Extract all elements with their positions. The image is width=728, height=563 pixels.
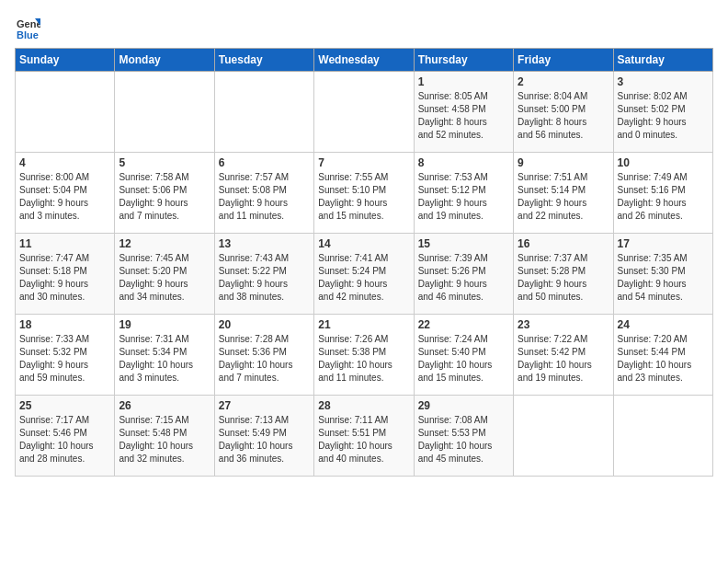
calendar-cell: 12Sunrise: 7:45 AM Sunset: 5:20 PM Dayli… [115, 234, 214, 315]
day-info: Sunrise: 7:57 AM Sunset: 5:08 PM Dayligh… [219, 171, 310, 223]
day-info: Sunrise: 7:13 AM Sunset: 5:49 PM Dayligh… [219, 414, 310, 465]
day-number: 6 [219, 156, 310, 169]
day-number: 29 [418, 399, 509, 412]
calendar-table: SundayMondayTuesdayWednesdayThursdayFrid… [15, 48, 713, 477]
logo: General Blue [15, 15, 40, 40]
day-number: 26 [119, 399, 210, 412]
day-info: Sunrise: 7:31 AM Sunset: 5:34 PM Dayligh… [119, 333, 210, 385]
calendar-cell: 20Sunrise: 7:28 AM Sunset: 5:36 PM Dayli… [214, 315, 313, 396]
calendar-cell: 7Sunrise: 7:55 AM Sunset: 5:10 PM Daylig… [314, 153, 414, 234]
day-number: 13 [219, 237, 310, 250]
calendar-cell: 18Sunrise: 7:33 AM Sunset: 5:32 PM Dayli… [16, 315, 115, 396]
calendar-cell: 9Sunrise: 7:51 AM Sunset: 5:14 PM Daylig… [514, 153, 613, 234]
day-number: 25 [19, 399, 110, 412]
day-info: Sunrise: 7:35 AM Sunset: 5:30 PM Dayligh… [618, 252, 709, 304]
day-number: 1 [418, 75, 509, 88]
day-info: Sunrise: 7:39 AM Sunset: 5:26 PM Dayligh… [418, 252, 509, 304]
day-number: 8 [418, 156, 509, 169]
calendar-cell: 2Sunrise: 8:04 AM Sunset: 5:00 PM Daylig… [514, 72, 613, 153]
calendar-cell: 24Sunrise: 7:20 AM Sunset: 5:44 PM Dayli… [613, 315, 712, 396]
day-info: Sunrise: 7:11 AM Sunset: 5:51 PM Dayligh… [318, 414, 409, 465]
day-number: 18 [19, 318, 110, 331]
calendar-cell [214, 72, 313, 153]
day-number: 15 [418, 237, 509, 250]
calendar-cell: 3Sunrise: 8:02 AM Sunset: 5:02 PM Daylig… [613, 72, 712, 153]
col-header-friday: Friday [514, 49, 613, 72]
day-number: 17 [618, 237, 709, 250]
day-info: Sunrise: 7:26 AM Sunset: 5:38 PM Dayligh… [318, 333, 409, 385]
day-info: Sunrise: 7:55 AM Sunset: 5:10 PM Dayligh… [318, 171, 409, 223]
day-number: 2 [518, 75, 609, 88]
col-header-wednesday: Wednesday [314, 49, 414, 72]
logo-icon: General Blue [15, 15, 40, 40]
day-number: 4 [19, 156, 110, 169]
day-number: 28 [318, 399, 409, 412]
calendar-cell [514, 396, 613, 477]
calendar-cell: 21Sunrise: 7:26 AM Sunset: 5:38 PM Dayli… [314, 315, 414, 396]
calendar-week-3: 11Sunrise: 7:47 AM Sunset: 5:18 PM Dayli… [16, 234, 713, 315]
calendar-cell: 26Sunrise: 7:15 AM Sunset: 5:48 PM Dayli… [115, 396, 214, 477]
col-header-saturday: Saturday [613, 49, 712, 72]
calendar-cell: 8Sunrise: 7:53 AM Sunset: 5:12 PM Daylig… [414, 153, 513, 234]
day-info: Sunrise: 8:05 AM Sunset: 4:58 PM Dayligh… [418, 90, 509, 142]
day-info: Sunrise: 7:43 AM Sunset: 5:22 PM Dayligh… [219, 252, 310, 304]
day-number: 3 [618, 75, 709, 88]
day-number: 19 [119, 318, 210, 331]
calendar-week-5: 25Sunrise: 7:17 AM Sunset: 5:46 PM Dayli… [16, 396, 713, 477]
calendar-cell: 19Sunrise: 7:31 AM Sunset: 5:34 PM Dayli… [115, 315, 214, 396]
calendar-cell: 5Sunrise: 7:58 AM Sunset: 5:06 PM Daylig… [115, 153, 214, 234]
calendar-cell: 22Sunrise: 7:24 AM Sunset: 5:40 PM Dayli… [414, 315, 513, 396]
day-info: Sunrise: 7:33 AM Sunset: 5:32 PM Dayligh… [19, 333, 110, 385]
calendar-cell: 29Sunrise: 7:08 AM Sunset: 5:53 PM Dayli… [414, 396, 513, 477]
day-number: 22 [418, 318, 509, 331]
calendar-cell: 27Sunrise: 7:13 AM Sunset: 5:49 PM Dayli… [214, 396, 313, 477]
calendar-cell: 1Sunrise: 8:05 AM Sunset: 4:58 PM Daylig… [414, 72, 513, 153]
calendar-week-2: 4Sunrise: 8:00 AM Sunset: 5:04 PM Daylig… [16, 153, 713, 234]
day-info: Sunrise: 7:47 AM Sunset: 5:18 PM Dayligh… [19, 252, 110, 304]
calendar-cell: 23Sunrise: 7:22 AM Sunset: 5:42 PM Dayli… [514, 315, 613, 396]
calendar-cell: 11Sunrise: 7:47 AM Sunset: 5:18 PM Dayli… [16, 234, 115, 315]
calendar-cell [314, 72, 414, 153]
calendar-cell [613, 396, 712, 477]
day-info: Sunrise: 7:20 AM Sunset: 5:44 PM Dayligh… [618, 333, 709, 385]
day-number: 5 [119, 156, 210, 169]
calendar-week-1: 1Sunrise: 8:05 AM Sunset: 4:58 PM Daylig… [16, 72, 713, 153]
page-header: General Blue [15, 15, 713, 40]
svg-text:Blue: Blue [17, 29, 39, 40]
calendar-cell: 6Sunrise: 7:57 AM Sunset: 5:08 PM Daylig… [214, 153, 313, 234]
day-info: Sunrise: 7:15 AM Sunset: 5:48 PM Dayligh… [119, 414, 210, 465]
calendar-cell: 4Sunrise: 8:00 AM Sunset: 5:04 PM Daylig… [16, 153, 115, 234]
day-number: 11 [19, 237, 110, 250]
calendar-cell: 13Sunrise: 7:43 AM Sunset: 5:22 PM Dayli… [214, 234, 313, 315]
col-header-monday: Monday [115, 49, 214, 72]
calendar-cell: 14Sunrise: 7:41 AM Sunset: 5:24 PM Dayli… [314, 234, 414, 315]
day-info: Sunrise: 8:02 AM Sunset: 5:02 PM Dayligh… [618, 90, 709, 142]
calendar-cell: 25Sunrise: 7:17 AM Sunset: 5:46 PM Dayli… [16, 396, 115, 477]
day-info: Sunrise: 7:49 AM Sunset: 5:16 PM Dayligh… [618, 171, 709, 223]
day-info: Sunrise: 8:04 AM Sunset: 5:00 PM Dayligh… [518, 90, 609, 142]
day-number: 23 [518, 318, 609, 331]
calendar-cell: 16Sunrise: 7:37 AM Sunset: 5:28 PM Dayli… [514, 234, 613, 315]
day-info: Sunrise: 7:45 AM Sunset: 5:20 PM Dayligh… [119, 252, 210, 304]
col-header-thursday: Thursday [414, 49, 513, 72]
calendar-cell: 10Sunrise: 7:49 AM Sunset: 5:16 PM Dayli… [613, 153, 712, 234]
day-info: Sunrise: 7:53 AM Sunset: 5:12 PM Dayligh… [418, 171, 509, 223]
day-number: 27 [219, 399, 310, 412]
day-number: 10 [618, 156, 709, 169]
col-header-sunday: Sunday [16, 49, 115, 72]
day-info: Sunrise: 7:22 AM Sunset: 5:42 PM Dayligh… [518, 333, 609, 385]
day-number: 9 [518, 156, 609, 169]
day-info: Sunrise: 7:17 AM Sunset: 5:46 PM Dayligh… [19, 414, 110, 465]
day-info: Sunrise: 7:51 AM Sunset: 5:14 PM Dayligh… [518, 171, 609, 223]
calendar-cell: 28Sunrise: 7:11 AM Sunset: 5:51 PM Dayli… [314, 396, 414, 477]
day-number: 12 [119, 237, 210, 250]
calendar-cell: 17Sunrise: 7:35 AM Sunset: 5:30 PM Dayli… [613, 234, 712, 315]
day-number: 14 [318, 237, 409, 250]
day-number: 24 [618, 318, 709, 331]
day-info: Sunrise: 7:24 AM Sunset: 5:40 PM Dayligh… [418, 333, 509, 385]
day-info: Sunrise: 7:08 AM Sunset: 5:53 PM Dayligh… [418, 414, 509, 465]
day-number: 21 [318, 318, 409, 331]
calendar-cell [115, 72, 214, 153]
day-info: Sunrise: 7:58 AM Sunset: 5:06 PM Dayligh… [119, 171, 210, 223]
calendar-cell: 15Sunrise: 7:39 AM Sunset: 5:26 PM Dayli… [414, 234, 513, 315]
